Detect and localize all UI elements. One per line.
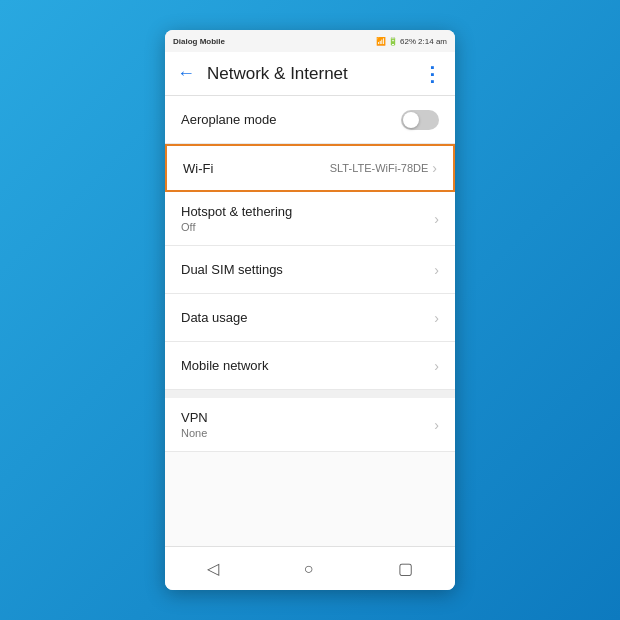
nav-back-button[interactable]: ◁ bbox=[207, 559, 219, 578]
hotspot-subtitle: Off bbox=[181, 221, 434, 233]
dual-sim-title: Dual SIM settings bbox=[181, 262, 434, 277]
app-bar: ← Network & Internet ⋮ bbox=[165, 52, 455, 96]
nav-recent-button[interactable]: ▢ bbox=[398, 559, 413, 578]
status-icons: 📶 🔋 62% 2:14 am bbox=[376, 37, 447, 46]
status-bar: Dialog Mobile 📶 🔋 62% 2:14 am bbox=[165, 30, 455, 52]
settings-list: Aeroplane mode Wi-Fi SLT-LTE-WiFi-78DE ›… bbox=[165, 96, 455, 546]
mobile-network-chevron-icon: › bbox=[434, 358, 439, 374]
wifi-chevron-icon: › bbox=[432, 160, 437, 176]
back-button[interactable]: ← bbox=[177, 63, 195, 84]
wifi-item[interactable]: Wi-Fi SLT-LTE-WiFi-78DE › bbox=[165, 144, 455, 192]
data-usage-item[interactable]: Data usage › bbox=[165, 294, 455, 342]
vpn-title: VPN bbox=[181, 410, 434, 425]
aeroplane-mode-toggle[interactable] bbox=[401, 110, 439, 130]
data-usage-title: Data usage bbox=[181, 310, 434, 325]
dual-sim-item[interactable]: Dual SIM settings › bbox=[165, 246, 455, 294]
page-title: Network & Internet bbox=[207, 64, 422, 84]
hotspot-chevron-icon: › bbox=[434, 211, 439, 227]
nav-home-button[interactable]: ○ bbox=[304, 560, 314, 578]
phone-frame: Dialog Mobile 📶 🔋 62% 2:14 am ← Network … bbox=[165, 30, 455, 590]
hotspot-item[interactable]: Hotspot & tethering Off › bbox=[165, 192, 455, 246]
hotspot-title: Hotspot & tethering bbox=[181, 204, 434, 219]
mobile-network-title: Mobile network bbox=[181, 358, 434, 373]
nav-bar: ◁ ○ ▢ bbox=[165, 546, 455, 590]
toggle-thumb bbox=[403, 112, 419, 128]
dual-sim-chevron-icon: › bbox=[434, 262, 439, 278]
aeroplane-mode-title: Aeroplane mode bbox=[181, 112, 401, 127]
wifi-value: SLT-LTE-WiFi-78DE bbox=[330, 162, 429, 174]
more-button[interactable]: ⋮ bbox=[422, 64, 443, 84]
vpn-item[interactable]: VPN None › bbox=[165, 398, 455, 452]
vpn-chevron-icon: › bbox=[434, 417, 439, 433]
mobile-network-item[interactable]: Mobile network › bbox=[165, 342, 455, 390]
vpn-subtitle: None bbox=[181, 427, 434, 439]
status-carrier: Dialog Mobile bbox=[173, 37, 225, 46]
data-usage-chevron-icon: › bbox=[434, 310, 439, 326]
section-divider bbox=[165, 390, 455, 398]
wifi-title: Wi-Fi bbox=[183, 161, 330, 176]
aeroplane-mode-item[interactable]: Aeroplane mode bbox=[165, 96, 455, 144]
